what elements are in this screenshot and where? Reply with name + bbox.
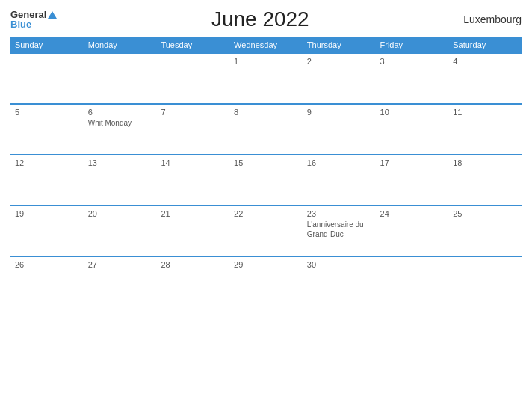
day-number: 22 [234, 209, 298, 218]
calendar-cell: 5 [10, 104, 84, 155]
calendar-cell: 9 [303, 104, 376, 155]
calendar-cell: 29 [229, 256, 303, 307]
weekday-header-thursday: Thursday [303, 37, 376, 53]
day-number: 27 [88, 260, 152, 269]
day-number: 13 [88, 158, 152, 167]
calendar-cell: 7 [156, 104, 229, 155]
calendar-cell [84, 53, 157, 104]
calendar-cell: 10 [376, 104, 449, 155]
calendar-cell [448, 256, 522, 307]
day-number: 14 [161, 158, 225, 167]
weekday-header-saturday: Saturday [448, 37, 522, 53]
calendar-cell: 4 [448, 53, 522, 104]
calendar-table: SundayMondayTuesdayWednesdayThursdayFrid… [10, 37, 522, 307]
calendar-cell: 25 [448, 206, 522, 256]
weekday-header-sunday: Sunday [10, 37, 84, 53]
weekday-header-wednesday: Wednesday [229, 37, 303, 53]
calendar-cell: 13 [84, 155, 157, 206]
calendar-cell: 6Whit Monday [84, 104, 157, 155]
holiday-text: Whit Monday [88, 118, 152, 128]
calendar-cell: 19 [10, 206, 84, 256]
day-number: 3 [380, 57, 445, 66]
calendar-cell: 18 [448, 155, 522, 206]
calendar-cell: 21 [156, 206, 229, 256]
calendar-cell: 23L'anniversaire du Grand-Duc [303, 206, 376, 256]
calendar-cell: 20 [84, 206, 157, 256]
day-number: 17 [380, 158, 445, 167]
day-number: 4 [453, 57, 517, 66]
calendar-cell: 14 [156, 155, 229, 206]
day-number: 29 [234, 260, 298, 269]
holiday-text: L'anniversaire du Grand-Duc [307, 220, 371, 239]
day-number: 2 [307, 57, 371, 66]
calendar-cell: 8 [229, 104, 303, 155]
day-number: 1 [234, 57, 298, 66]
logo-blue-text: Blue [10, 19, 57, 29]
calendar-cell: 17 [376, 155, 449, 206]
day-number: 19 [15, 209, 79, 218]
day-number: 18 [453, 158, 517, 167]
calendar-cell: 3 [376, 53, 449, 104]
day-number: 11 [453, 108, 517, 117]
logo-triangle-icon [48, 11, 57, 19]
calendar-cell: 11 [448, 104, 522, 155]
day-number: 7 [161, 108, 225, 117]
day-number: 28 [161, 260, 225, 269]
week-row-4: 1920212223L'anniversaire du Grand-Duc242… [10, 206, 522, 256]
weekday-header-tuesday: Tuesday [156, 37, 229, 53]
calendar-cell: 15 [229, 155, 303, 206]
day-number: 10 [380, 108, 445, 117]
calendar-page: General Blue June 2022 Luxembourg Sunday… [0, 0, 532, 411]
calendar-cell: 27 [84, 256, 157, 307]
calendar-cell: 24 [376, 206, 449, 256]
week-row-5: 2627282930 [10, 256, 522, 307]
header: General Blue June 2022 Luxembourg [10, 7, 522, 31]
weekday-header-monday: Monday [84, 37, 157, 53]
logo: General Blue [10, 10, 57, 29]
day-number: 8 [234, 108, 298, 117]
calendar-cell [376, 256, 449, 307]
weekday-header-row: SundayMondayTuesdayWednesdayThursdayFrid… [10, 37, 522, 53]
calendar-cell: 30 [303, 256, 376, 307]
calendar-cell [10, 53, 84, 104]
day-number: 6 [88, 108, 152, 117]
calendar-title: June 2022 [211, 7, 309, 31]
calendar-cell: 2 [303, 53, 376, 104]
day-number: 9 [307, 108, 371, 117]
day-number: 16 [307, 158, 371, 167]
day-number: 5 [15, 108, 79, 117]
calendar-cell [156, 53, 229, 104]
calendar-cell: 28 [156, 256, 229, 307]
week-row-1: 1234 [10, 53, 522, 104]
day-number: 12 [15, 158, 79, 167]
calendar-cell: 26 [10, 256, 84, 307]
day-number: 25 [453, 209, 517, 218]
day-number: 21 [161, 209, 225, 218]
calendar-cell: 16 [303, 155, 376, 206]
day-number: 23 [307, 209, 371, 218]
week-row-2: 56Whit Monday7891011 [10, 104, 522, 155]
weekday-header-friday: Friday [376, 37, 449, 53]
day-number: 30 [307, 260, 371, 269]
calendar-cell: 1 [229, 53, 303, 104]
day-number: 26 [15, 260, 79, 269]
day-number: 24 [380, 209, 445, 218]
day-number: 20 [88, 209, 152, 218]
calendar-cell: 22 [229, 206, 303, 256]
day-number: 15 [234, 158, 298, 167]
calendar-cell: 12 [10, 155, 84, 206]
country-name: Luxembourg [463, 13, 522, 25]
week-row-3: 12131415161718 [10, 155, 522, 206]
